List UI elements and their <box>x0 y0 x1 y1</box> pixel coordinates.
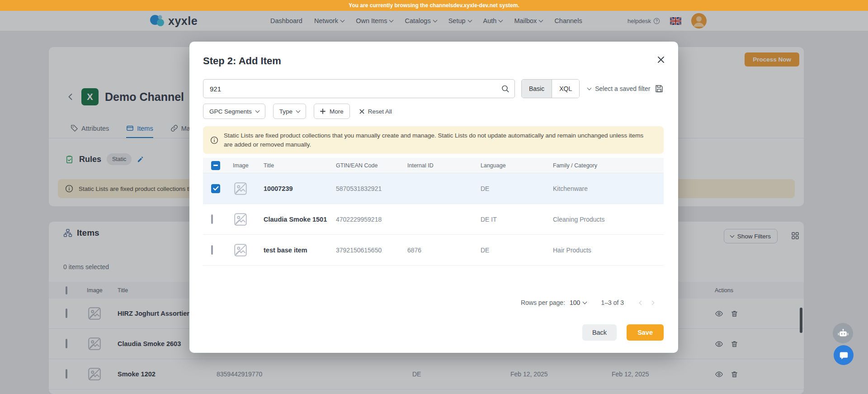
search-mode-toggle: Basic XQL <box>521 79 580 98</box>
item-family: Cleaning Products <box>553 216 664 223</box>
save-button[interactable]: Save <box>627 324 664 341</box>
modal-title: Step 2: Add Item <box>203 55 281 67</box>
row-checkbox-checked[interactable] <box>211 184 220 193</box>
pagination: Rows per page: 100 1–3 of 3 <box>521 296 664 309</box>
chevron-down-icon <box>296 108 301 113</box>
saved-filter-label: Select a saved filter <box>595 85 650 92</box>
table-row[interactable]: 10007239 5870531832921 DE Kitchenware <box>203 173 664 204</box>
pagination-range: 1–3 of 3 <box>601 299 624 306</box>
close-icon[interactable] <box>656 54 666 65</box>
chip-label: More <box>330 108 344 115</box>
chip-label: GPC Segments <box>209 108 252 115</box>
no-image-icon <box>233 242 264 258</box>
modal-footer: Back Save <box>582 324 664 341</box>
more-filters-button[interactable]: More <box>314 104 350 119</box>
prev-page-icon[interactable] <box>636 297 646 308</box>
rows-per-page-select[interactable]: 100 <box>570 299 586 306</box>
chevron-down-icon <box>583 299 587 304</box>
item-language: DE <box>481 247 553 254</box>
saved-filter-select[interactable]: Select a saved filter <box>588 85 650 92</box>
item-gtin: 5870531832921 <box>336 185 407 192</box>
no-image-icon <box>233 181 264 196</box>
assistant-robot-button[interactable] <box>833 323 853 343</box>
modal-table-header: Image Title GTIN/EAN Code Internal ID La… <box>203 158 664 173</box>
table-row[interactable]: Claudia Smoke 1501 4702229959218 DE IT C… <box>203 204 664 235</box>
reset-all-label: Reset All <box>368 108 392 115</box>
item-title: Claudia Smoke 1501 <box>264 216 336 223</box>
chat-widget-button[interactable] <box>834 345 854 365</box>
column-header-image: Image <box>233 162 264 169</box>
search-icon[interactable] <box>501 85 509 93</box>
table-row[interactable]: test base item 3792150615650 6876 DE Hai… <box>203 235 664 266</box>
info-circle-icon <box>210 136 218 144</box>
chip-label: Type <box>279 108 292 115</box>
static-list-info-text: Static Lists are fixed product collectio… <box>224 131 656 149</box>
rows-per-page-label: Rows per page: <box>521 299 565 306</box>
search-input[interactable] <box>203 79 515 98</box>
item-gtin: 4702229959218 <box>336 216 407 223</box>
next-page-icon[interactable] <box>646 297 657 308</box>
filter-chips-row: GPC Segments Type More Reset All <box>203 104 392 119</box>
item-family: Hair Products <box>553 247 664 254</box>
modal-search-row: Basic XQL Select a saved filter <box>203 79 664 98</box>
column-header-language: Language <box>481 162 553 169</box>
item-language: DE <box>481 185 553 192</box>
row-checkbox[interactable] <box>211 214 213 224</box>
item-language: DE IT <box>481 216 553 223</box>
add-item-modal: Step 2: Add Item Basic XQL Select a save… <box>189 42 678 353</box>
reset-all-button[interactable]: Reset All <box>359 108 392 115</box>
column-header-gtin: GTIN/EAN Code <box>336 162 407 169</box>
select-all-checkbox[interactable] <box>211 161 220 170</box>
chevron-down-icon <box>587 85 592 90</box>
system-banner: You are currently browsing the channelsd… <box>0 0 868 11</box>
mode-xql-button[interactable]: XQL <box>552 80 579 98</box>
chevron-down-icon <box>255 108 259 113</box>
gpc-segments-filter[interactable]: GPC Segments <box>203 104 265 119</box>
item-title: test base item <box>264 247 336 254</box>
type-filter[interactable]: Type <box>273 104 306 119</box>
system-banner-text: You are currently browsing the channelsd… <box>349 2 519 9</box>
row-checkbox[interactable] <box>211 245 213 255</box>
no-image-icon <box>233 212 264 227</box>
item-family: Kitchenware <box>553 185 664 192</box>
static-list-info-banner: Static Lists are fixed product collectio… <box>203 126 664 154</box>
x-icon <box>359 109 364 114</box>
item-title: 10007239 <box>264 185 336 192</box>
item-gtin: 3792150615650 <box>336 247 407 254</box>
save-filter-icon[interactable] <box>655 84 664 93</box>
column-header-internal-id: Internal ID <box>407 162 481 169</box>
rows-per-page-value: 100 <box>570 299 580 306</box>
modal-item-table: Image Title GTIN/EAN Code Internal ID La… <box>203 158 664 266</box>
chat-bubble-icon <box>839 351 849 360</box>
mode-basic-button[interactable]: Basic <box>522 80 552 98</box>
robot-icon <box>837 328 849 339</box>
column-header-title: Title <box>264 162 336 169</box>
item-internal-id: 6876 <box>407 247 481 254</box>
plus-icon <box>320 109 326 114</box>
back-button[interactable]: Back <box>582 324 617 341</box>
column-header-family: Family / Category <box>553 162 664 169</box>
